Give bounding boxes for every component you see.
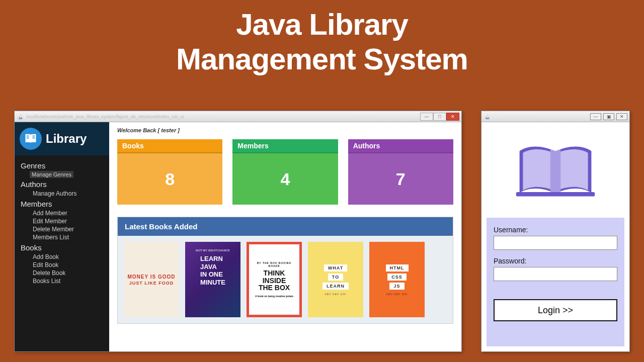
sidebar-category[interactable]: Members	[15, 198, 109, 209]
stat-card[interactable]: Authors7	[348, 139, 453, 205]
latest-books-title: Latest Books Added	[118, 217, 453, 236]
url-hint: localhost/some/path/de_java_library_syst…	[27, 114, 420, 119]
stat-title: Books	[117, 139, 222, 153]
login-window: — ▣ ✕ Username: Password: Login >>	[481, 111, 630, 352]
sidebar-item[interactable]: Add Book	[15, 253, 109, 261]
stat-card[interactable]: Members4	[232, 139, 338, 205]
sidebar: Library GenresManage GenresAuthorsManage…	[15, 122, 109, 351]
open-book-icon	[513, 137, 598, 208]
java-icon	[485, 114, 491, 120]
maximize-button[interactable]: ▣	[603, 113, 614, 120]
logo-block: Library	[15, 122, 109, 155]
close-button[interactable]: ✕	[446, 113, 459, 121]
sidebar-category[interactable]: Books	[15, 241, 109, 253]
sidebar-item[interactable]: Delete Member	[15, 225, 109, 233]
nav-list: GenresManage GenresAuthorsManage Authors…	[15, 155, 109, 289]
stat-value: 7	[348, 153, 453, 205]
book-cover[interactable]: MONEY IS GOOD JUST LIKE FOOD	[124, 242, 179, 317]
svg-rect-0	[516, 192, 595, 197]
sidebar-item[interactable]: Books List	[15, 277, 109, 285]
password-input[interactable]	[494, 267, 617, 281]
stat-card[interactable]: Books8	[117, 139, 222, 205]
maximize-button[interactable]: □	[433, 113, 446, 121]
username-label: Username:	[494, 226, 617, 234]
stat-title: Authors	[348, 139, 453, 153]
sidebar-item[interactable]: Delete Book	[15, 269, 109, 277]
book-cover[interactable]: NOT MY IDEATCHANCE LEARN JAVA IN ONE MIN…	[185, 242, 240, 317]
welcome-text: Welcome Back [ tester ]	[117, 127, 453, 133]
sidebar-item[interactable]: Manage Genres	[30, 171, 73, 178]
logo-text: Library	[46, 132, 87, 146]
stat-value: 8	[117, 153, 222, 205]
close-button[interactable]: ✕	[616, 113, 627, 120]
banner-title: Java Library Management System	[0, 0, 644, 76]
sidebar-item[interactable]: Add Member	[15, 209, 109, 217]
stats-row: Books8Members4Authors7	[117, 139, 453, 205]
java-icon	[18, 114, 24, 120]
latest-books-panel: Latest Books Added MONEY IS GOOD JUST LI…	[117, 217, 453, 324]
sidebar-item[interactable]: Edit Member	[15, 217, 109, 225]
stat-title: Members	[232, 139, 338, 153]
sidebar-category[interactable]: Authors	[15, 178, 109, 190]
sidebar-item[interactable]: Manage Authors	[15, 190, 109, 198]
app-titlebar: localhost/some/path/de_java_library_syst…	[15, 111, 461, 122]
book-cover[interactable]: HTML CSS JS ABC DEF GHI	[369, 242, 425, 317]
books-row: MONEY IS GOOD JUST LIKE FOOD NOT MY IDEA…	[118, 236, 453, 323]
main-content: Welcome Back [ tester ] Books8Members4Au…	[109, 122, 461, 351]
book-cover[interactable]: BY THE BOX BOXING BOXER THINK INSIDE THE…	[247, 242, 302, 317]
banner-line-1: Java Library	[0, 7, 644, 42]
sidebar-item[interactable]: Edit Book	[15, 261, 109, 269]
minimize-button[interactable]: —	[420, 113, 433, 121]
minimize-button[interactable]: —	[590, 113, 601, 120]
password-label: Password:	[494, 257, 617, 265]
login-button[interactable]: Login >>	[494, 299, 617, 321]
sidebar-category[interactable]: Genres	[15, 159, 109, 171]
login-titlebar: — ▣ ✕	[481, 111, 629, 122]
stat-value: 4	[232, 153, 338, 205]
book-cover[interactable]: WHAT TO LEARN ABC DEF GHI	[308, 242, 363, 317]
login-logo	[487, 127, 624, 218]
app-window: localhost/some/path/de_java_library_syst…	[14, 111, 462, 352]
banner-line-2: Management System	[0, 42, 644, 76]
book-icon	[20, 128, 42, 150]
login-form: Username: Password: Login >>	[487, 218, 624, 346]
sidebar-item[interactable]: Members List	[15, 233, 109, 241]
username-input[interactable]	[494, 236, 617, 250]
